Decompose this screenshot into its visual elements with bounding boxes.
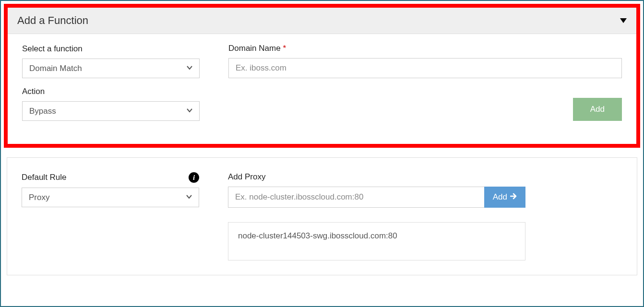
main-container: Add a Function Select a function Domain … (0, 0, 644, 307)
info-icon[interactable]: i (189, 172, 199, 183)
select-function-dropdown[interactable]: Domain Match (22, 59, 200, 78)
domain-name-label: Domain Name * (228, 44, 622, 53)
proxy-list[interactable]: node-cluster144503-swg.ibosscloud.com:80 (228, 222, 525, 260)
panel-header[interactable]: Add a Function (8, 8, 636, 34)
add-proxy-label: Add Proxy (228, 172, 622, 182)
add-proxy-button[interactable]: Add (484, 187, 525, 208)
proxy-section: Default Rule i Proxy Add Proxy (7, 157, 637, 275)
default-rule-label: Default Rule (22, 173, 67, 182)
svg-marker-0 (620, 18, 627, 23)
panel-title: Add a Function (17, 14, 88, 27)
select-function-label: Select a function (22, 44, 200, 54)
required-mark: * (283, 44, 286, 53)
panel-body: Select a function Domain Match Domain Na… (8, 34, 636, 144)
add-proxy-input[interactable] (228, 187, 484, 208)
action-label: Action (22, 87, 200, 96)
domain-name-input[interactable] (228, 58, 622, 78)
proxy-list-item[interactable]: node-cluster144503-swg.ibosscloud.com:80 (238, 231, 515, 241)
add-function-button[interactable]: Add (573, 98, 622, 121)
collapse-icon (620, 16, 627, 25)
add-function-panel: Add a Function Select a function Domain … (4, 4, 640, 148)
default-rule-dropdown[interactable]: Proxy (22, 188, 199, 207)
arrow-right-icon (510, 192, 517, 202)
action-dropdown[interactable]: Bypass (22, 101, 200, 121)
